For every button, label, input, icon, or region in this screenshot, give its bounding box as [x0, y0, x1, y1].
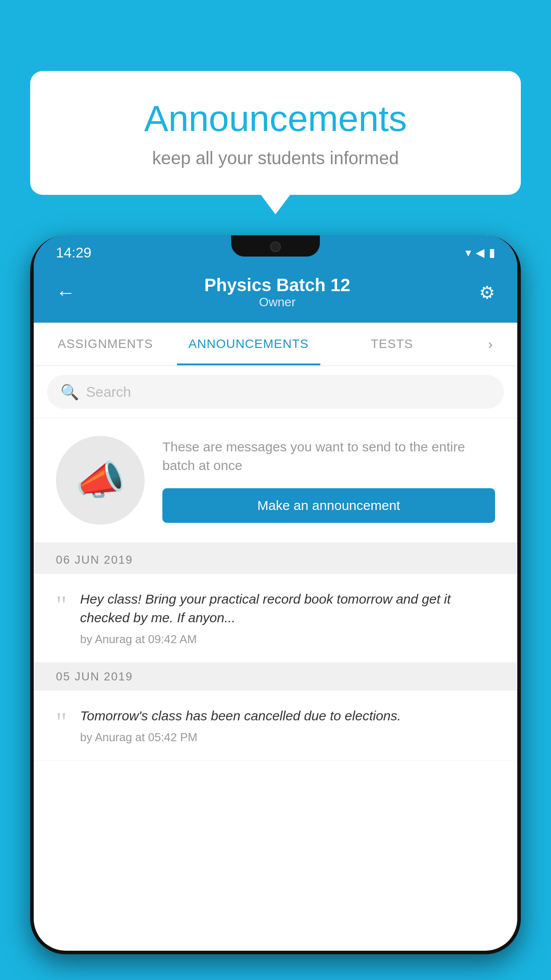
bubble-title: Announcements: [66, 98, 485, 139]
search-placeholder: Search: [86, 384, 131, 400]
quote-icon-1: ": [56, 592, 67, 618]
prompt-right: These are messages you want to send to t…: [162, 438, 495, 523]
bubble-subtitle: keep all your students informed: [66, 148, 485, 168]
megaphone-circle: 📣: [56, 436, 145, 525]
tabs-bar: ASSIGNMENTS ANNOUNCEMENTS TESTS ›: [34, 323, 517, 366]
prompt-text: These are messages you want to send to t…: [162, 438, 495, 475]
date-divider-1: 06 JUN 2019: [34, 546, 517, 574]
announcement-meta-1: by Anurag at 09:42 AM: [80, 632, 496, 646]
quote-icon-2: ": [56, 708, 67, 735]
announcement-text-2: Tomorrow's class has been cancelled due …: [80, 707, 496, 725]
announcement-prompt: 📣 These are messages you want to send to…: [34, 418, 517, 546]
speech-bubble-container: Announcements keep all your students inf…: [30, 71, 521, 195]
phone-screen: 14:29 ▾ ◀ ▮ ← Physics Batch 12 Owner ⚙: [34, 235, 517, 951]
search-bar: 🔍 Search: [34, 366, 517, 418]
phone-camera: [270, 241, 281, 252]
tab-assignments[interactable]: ASSIGNMENTS: [34, 323, 177, 365]
tab-more[interactable]: ›: [464, 323, 517, 365]
announcement-meta-2: by Anurag at 05:42 PM: [80, 731, 496, 744]
header-center: Physics Batch 12 Owner: [204, 275, 350, 309]
header-title: Physics Batch 12: [204, 275, 350, 295]
speech-bubble: Announcements keep all your students inf…: [30, 71, 521, 195]
status-icons: ▾ ◀ ▮: [465, 246, 495, 260]
make-announcement-button[interactable]: Make an announcement: [162, 488, 495, 523]
tab-announcements[interactable]: ANNOUNCEMENTS: [177, 323, 320, 365]
announcement-body-1: Hey class! Bring your practical record b…: [80, 590, 496, 646]
app-header: ← Physics Batch 12 Owner ⚙: [34, 266, 517, 323]
phone-frame: 14:29 ▾ ◀ ▮ ← Physics Batch 12 Owner ⚙: [30, 235, 521, 954]
phone-notch: [231, 235, 320, 257]
status-time: 14:29: [56, 245, 91, 261]
search-icon: 🔍: [60, 383, 79, 401]
date-divider-2: 05 JUN 2019: [34, 663, 517, 691]
announcement-item-1[interactable]: " Hey class! Bring your practical record…: [34, 574, 517, 663]
screen-inner: 14:29 ▾ ◀ ▮ ← Physics Batch 12 Owner ⚙: [34, 235, 517, 951]
tab-tests[interactable]: TESTS: [320, 323, 464, 365]
back-button[interactable]: ←: [56, 281, 75, 304]
announcement-text-1: Hey class! Bring your practical record b…: [80, 590, 496, 627]
announcement-body-2: Tomorrow's class has been cancelled due …: [80, 707, 496, 744]
search-input-wrapper[interactable]: 🔍 Search: [47, 375, 504, 409]
megaphone-icon: 📣: [75, 457, 125, 504]
phone-container: 14:29 ▾ ◀ ▮ ← Physics Batch 12 Owner ⚙: [30, 235, 521, 980]
announcement-item-2[interactable]: " Tomorrow's class has been cancelled du…: [34, 691, 517, 761]
wifi-icon: ▾: [465, 246, 471, 260]
header-subtitle: Owner: [204, 295, 350, 309]
battery-icon: ▮: [489, 246, 495, 260]
signal-icon: ◀: [476, 246, 484, 260]
settings-button[interactable]: ⚙: [479, 282, 495, 303]
